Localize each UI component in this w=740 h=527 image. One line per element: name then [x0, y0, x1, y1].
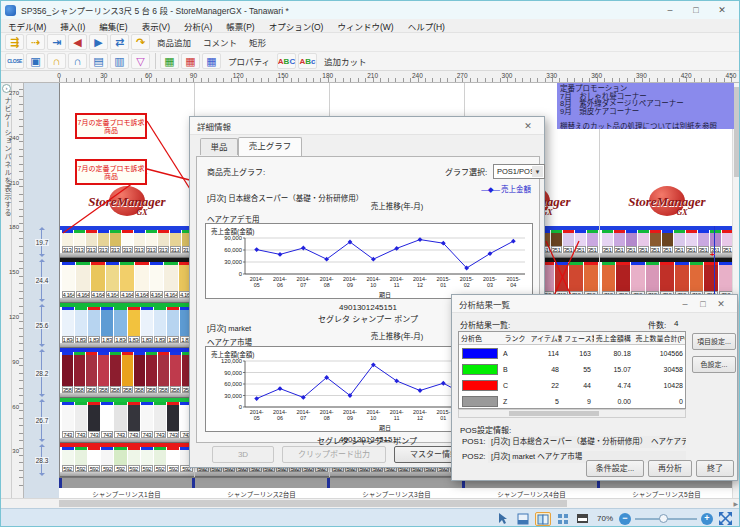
putback-product-icon[interactable]: ▶ — [89, 34, 108, 50]
product-facing[interactable]: 1,834 — [167, 307, 179, 343]
product-facing[interactable]: 351 — [551, 230, 562, 253]
abc-rank-icon[interactable]: ABc — [298, 53, 317, 69]
zoom-slider-handle[interactable] — [659, 514, 668, 523]
menu-item-ウィンドウ[interactable]: ウィンドウ(W) — [330, 20, 400, 32]
product-facing[interactable]: 712 — [616, 262, 630, 298]
product-facing[interactable]: 712 — [602, 262, 616, 298]
product-facing[interactable]: 1,834 — [114, 307, 126, 343]
product-facing[interactable]: 592 — [101, 447, 113, 472]
product-facing[interactable]: 351 — [674, 230, 685, 253]
product-facing[interactable]: 358 — [110, 352, 121, 393]
zoom-slider[interactable] — [635, 512, 697, 526]
product-facing[interactable]: 1,834 — [101, 307, 113, 343]
product-facing[interactable]: 351 — [698, 230, 709, 253]
product-facing[interactable]: 351 — [575, 230, 586, 253]
basket-icon[interactable]: ▽ — [131, 53, 150, 69]
paste-product-icon[interactable]: ↷ — [131, 34, 150, 50]
product-facing[interactable]: 313 — [74, 230, 85, 253]
product-facing[interactable]: 592 — [128, 447, 140, 472]
product-facing[interactable]: 1,834 — [154, 307, 166, 343]
product-facing[interactable]: 313 — [98, 230, 109, 253]
product-facing[interactable]: 1,834 — [75, 307, 87, 343]
hscroll-right-arrow-icon[interactable]: ▶ — [733, 500, 738, 507]
product-facing[interactable]: 358 — [62, 352, 73, 393]
product-facing[interactable]: 592 — [114, 447, 126, 472]
3d-button[interactable]: 3D — [212, 446, 274, 463]
product-facing[interactable]: 313 — [170, 230, 181, 253]
product-facing[interactable]: 712 — [569, 262, 583, 298]
product-facing[interactable]: 1,834 — [88, 307, 100, 343]
rectangle-button[interactable]: 矩形 — [243, 36, 272, 48]
close-button[interactable]: ✕ — [709, 2, 735, 18]
product-facing[interactable]: 4,164 — [150, 262, 164, 298]
product-facing[interactable]: 313 — [86, 230, 97, 253]
shelf-row[interactable]: 313313313313313313313313313313313 — [60, 226, 194, 258]
save-icon[interactable]: ▣ — [26, 53, 45, 69]
planogram-bay[interactable]: StoreManagerGX31331331331331331331331331… — [60, 83, 195, 477]
product-facing[interactable]: 313 — [62, 230, 73, 253]
product-facing[interactable]: 351 — [602, 230, 613, 253]
tab-single-item[interactable]: 単品 — [200, 138, 238, 155]
book-view-icon[interactable] — [535, 512, 551, 526]
product-facing[interactable]: 712 — [555, 262, 569, 298]
item-settings-button[interactable]: 項目設定... — [692, 333, 736, 350]
bay-label[interactable]: シャンプーリンス2台目 — [194, 489, 329, 498]
product-facing[interactable]: 351 — [650, 230, 661, 253]
fit-to-window-icon[interactable] — [717, 512, 733, 526]
table-row[interactable]: C22444.7410428 — [459, 377, 685, 393]
menu-item-編集[interactable]: 編集(E) — [92, 20, 134, 32]
product-facing[interactable]: 743 — [101, 402, 113, 438]
product-facing[interactable]: 712 — [631, 262, 645, 298]
product-facing[interactable]: 358 — [170, 352, 181, 393]
color-settings-button[interactable]: 色設定... — [692, 356, 736, 373]
product-facing[interactable]: 592 — [88, 447, 100, 472]
product-facing[interactable]: 1,834 — [62, 307, 74, 343]
product-facing[interactable]: 743 — [128, 402, 140, 438]
menu-item-ヘルプ[interactable]: ヘルプ(H) — [401, 20, 452, 32]
arc-up-icon[interactable]: ∩ — [47, 53, 66, 69]
product-facing[interactable]: 358 — [98, 352, 109, 393]
product-facing[interactable]: 743 — [62, 402, 74, 438]
product-facing[interactable]: 351 — [662, 230, 673, 253]
shelf-row[interactable]: 4,1644,1644,1644,1644,1644,1644,1644,164… — [60, 258, 194, 303]
product-facing[interactable]: 351 — [722, 230, 733, 253]
page-view-icon[interactable] — [515, 512, 531, 526]
product-facing[interactable]: 1,834 — [141, 307, 153, 343]
product-facing[interactable]: 592 — [141, 447, 153, 472]
product-facing[interactable]: 351 — [614, 230, 625, 253]
table-row[interactable]: Z590.000 — [459, 393, 685, 409]
product-facing[interactable]: 351 — [563, 230, 574, 253]
shelf-row[interactable]: 1,8341,8341,8341,8341,8341,8341,8341,834… — [60, 303, 194, 348]
product-facing[interactable]: 4,164 — [120, 262, 134, 298]
detail-dialog-titlebar[interactable]: 詳細情報 ✕ — [190, 117, 544, 135]
cursor-mode-icon[interactable] — [495, 512, 511, 526]
detail-dialog-close-icon[interactable]: ✕ — [519, 121, 537, 131]
bay-label[interactable]: シャンプーリンス4台目 — [464, 489, 599, 498]
product-facing[interactable]: 743 — [154, 402, 166, 438]
grid-view-icon[interactable] — [555, 512, 571, 526]
product-facing[interactable]: 592 — [62, 447, 74, 472]
vscroll-thumb[interactable] — [734, 87, 739, 177]
hscroll-thumb[interactable] — [59, 500, 567, 507]
arc-down-icon[interactable]: ∩ — [68, 53, 87, 69]
tab-sales-graph[interactable]: 売上グラフ — [238, 137, 302, 156]
product-facing[interactable]: 313 — [134, 230, 145, 253]
zoom-out-button[interactable]: − — [619, 513, 631, 525]
add-product-button[interactable]: 商品追加 — [151, 36, 197, 48]
maximize-button[interactable]: □ — [683, 2, 709, 18]
clipboard-output-button[interactable]: クリップボード出力 — [282, 446, 386, 463]
product-facing[interactable]: 592 — [154, 447, 166, 472]
add-cut-button[interactable]: 追加カット — [318, 55, 373, 67]
product-facing[interactable]: 712 — [660, 262, 674, 298]
product-facing[interactable]: 313 — [110, 230, 121, 253]
product-facing[interactable]: 358 — [74, 352, 85, 393]
promotion-note[interactable]: 定番プロモーション7月 おしゃれ髪コーナー8月 紫外線ダメージリペアコーナー9月… — [557, 83, 734, 129]
condition-settings-button[interactable]: 条件設定... — [586, 460, 644, 477]
table-horizontal-scrollbar[interactable] — [458, 409, 686, 418]
properties-button[interactable]: プロパティ — [222, 55, 276, 67]
bay-label[interactable]: シャンプーリンス5台目 — [599, 489, 734, 498]
menu-item-モデル[interactable]: モデル(M) — [1, 20, 53, 32]
product-facing[interactable]: 1,834 — [128, 307, 140, 343]
product-facing[interactable]: 743 — [141, 402, 153, 438]
product-facing[interactable]: 712 — [675, 262, 689, 298]
